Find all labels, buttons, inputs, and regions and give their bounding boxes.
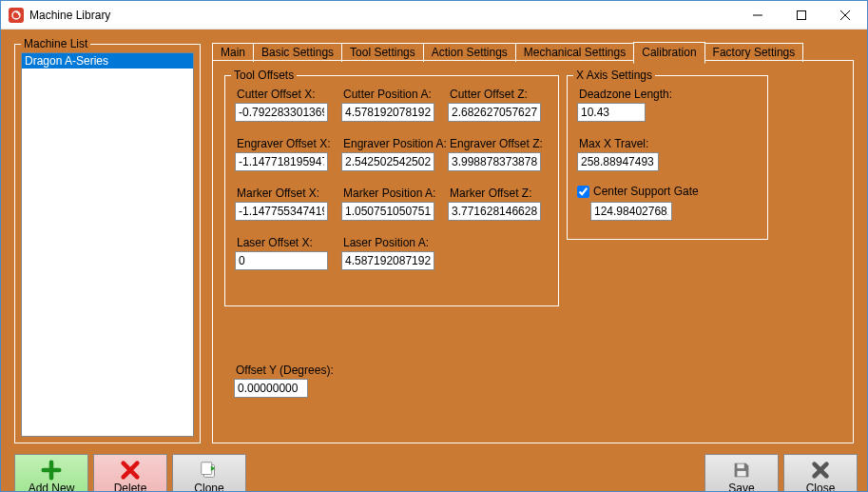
marker-offset-x-label: Marker Offset X: bbox=[237, 187, 319, 200]
machine-list-group: Machine List Dragon A-Series bbox=[14, 37, 201, 443]
tab-tool-settings[interactable]: Tool Settings bbox=[341, 43, 424, 62]
engraver-position-a-input[interactable] bbox=[341, 152, 434, 171]
tool-offsets-legend: Tool Offsets bbox=[231, 69, 297, 82]
maximize-button[interactable] bbox=[780, 1, 823, 30]
app-icon bbox=[9, 8, 24, 23]
tab-strip: Main Basic Settings Tool Settings Action… bbox=[212, 41, 802, 62]
laser-offset-x-input[interactable] bbox=[235, 251, 328, 270]
center-support-gate-input[interactable] bbox=[590, 202, 672, 221]
tab-basic-settings[interactable]: Basic Settings bbox=[253, 43, 342, 62]
tab-mechanical-settings[interactable]: Mechanical Settings bbox=[515, 43, 634, 62]
client-area: Machine List Dragon A-Series Main Basic … bbox=[1, 30, 867, 492]
svg-rect-8 bbox=[737, 470, 745, 476]
cutter-offset-z-input[interactable] bbox=[448, 103, 541, 122]
deadzone-length-label: Deadzone Length: bbox=[579, 88, 672, 101]
plus-icon bbox=[41, 460, 62, 481]
marker-position-a-input[interactable] bbox=[341, 202, 434, 221]
offset-y-input[interactable] bbox=[234, 379, 308, 398]
close-icon bbox=[810, 460, 831, 481]
engraver-offset-z-label: Engraver Offset Z: bbox=[450, 137, 543, 150]
cutter-offset-x-label: Cutter Offset X: bbox=[237, 88, 315, 101]
x-icon bbox=[120, 460, 141, 481]
deadzone-length-input[interactable] bbox=[577, 103, 646, 122]
engraver-position-a-label: Engraver Position A: bbox=[343, 137, 447, 150]
laser-offset-x-label: Laser Offset X: bbox=[237, 236, 313, 249]
engraver-offset-z-input[interactable] bbox=[448, 152, 541, 171]
window-title: Machine Library bbox=[29, 9, 110, 22]
tab-panel-calibration: Tool Offsets Cutter Offset X: Cutter Pos… bbox=[212, 60, 854, 443]
cutter-offset-z-label: Cutter Offset Z: bbox=[450, 88, 528, 101]
center-support-gate-checkbox[interactable]: Center Support Gate bbox=[577, 185, 699, 198]
marker-offset-z-input[interactable] bbox=[448, 202, 541, 221]
delete-button-label: Delete bbox=[114, 482, 147, 493]
x-axis-settings-legend: X Axis Settings bbox=[573, 69, 655, 82]
close-button-label: Close bbox=[806, 482, 836, 493]
cutter-position-a-label: Cutter Position A: bbox=[343, 88, 432, 101]
svg-rect-6 bbox=[202, 462, 212, 474]
clone-button-label: Clone bbox=[194, 482, 223, 493]
marker-position-a-label: Marker Position A: bbox=[343, 187, 435, 200]
machine-list-legend: Machine List bbox=[21, 37, 90, 50]
delete-button[interactable]: Delete bbox=[93, 454, 167, 492]
tab-main[interactable]: Main bbox=[212, 43, 254, 62]
tool-offsets-group: Tool Offsets Cutter Offset X: Cutter Pos… bbox=[224, 69, 559, 306]
add-new-button-label: Add New bbox=[29, 482, 75, 493]
save-icon bbox=[731, 460, 752, 481]
engraver-offset-x-input[interactable] bbox=[235, 152, 328, 171]
marker-offset-z-label: Marker Offset Z: bbox=[450, 187, 531, 200]
tab-calibration[interactable]: Calibration bbox=[633, 42, 704, 64]
center-support-gate-label: Center Support Gate bbox=[593, 185, 699, 198]
tab-factory-settings[interactable]: Factory Settings bbox=[704, 43, 804, 62]
max-x-travel-input[interactable] bbox=[577, 152, 659, 171]
close-window-button[interactable] bbox=[823, 1, 867, 30]
title-bar: Machine Library bbox=[1, 1, 867, 30]
close-button[interactable]: Close bbox=[783, 454, 858, 492]
minimize-button[interactable] bbox=[736, 1, 780, 30]
add-new-button[interactable]: Add New bbox=[14, 454, 88, 492]
svg-rect-7 bbox=[737, 463, 743, 468]
laser-position-a-input[interactable] bbox=[341, 251, 434, 270]
laser-position-a-label: Laser Position A: bbox=[343, 236, 429, 249]
x-axis-settings-group: X Axis Settings Deadzone Length: Max X T… bbox=[567, 69, 768, 240]
engraver-offset-x-label: Engraver Offset X: bbox=[237, 137, 331, 150]
machine-list-item[interactable]: Dragon A-Series bbox=[22, 53, 193, 69]
clone-button[interactable]: Clone bbox=[172, 454, 246, 492]
svg-rect-2 bbox=[798, 10, 806, 19]
save-button[interactable]: Save bbox=[704, 454, 779, 492]
clone-icon bbox=[199, 460, 220, 481]
center-support-gate-check-input[interactable] bbox=[577, 186, 589, 198]
offset-y-label: Offset Y (Degrees): bbox=[236, 364, 334, 377]
marker-offset-x-input[interactable] bbox=[235, 202, 328, 221]
cutter-offset-x-input[interactable] bbox=[235, 103, 328, 122]
machine-list[interactable]: Dragon A-Series bbox=[21, 52, 194, 437]
tab-action-settings[interactable]: Action Settings bbox=[423, 43, 516, 62]
save-button-label: Save bbox=[728, 482, 754, 493]
max-x-travel-label: Max X Travel: bbox=[579, 137, 648, 150]
cutter-position-a-input[interactable] bbox=[341, 103, 434, 122]
